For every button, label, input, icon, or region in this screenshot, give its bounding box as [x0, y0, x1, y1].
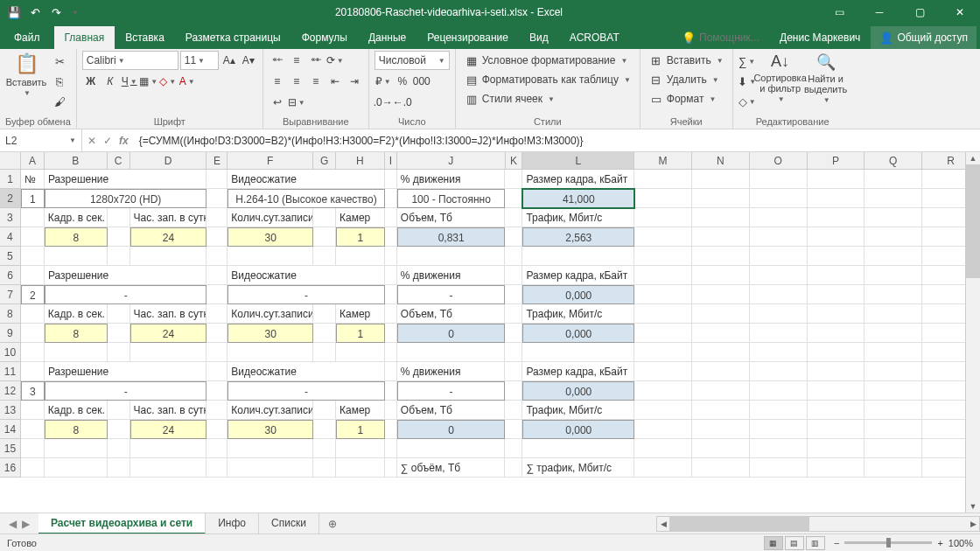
cell[interactable]	[313, 420, 336, 439]
cell[interactable]: Колич.сут.записи	[228, 304, 313, 324]
row-header[interactable]: 3	[0, 208, 21, 227]
cell[interactable]: 1	[336, 420, 385, 439]
insert-cells-button[interactable]: ⊞Вставить▼	[646, 51, 727, 70]
cell[interactable]	[313, 227, 336, 247]
sheet-tab-3[interactable]: Списки	[259, 513, 319, 534]
row-header[interactable]: 4	[0, 227, 21, 247]
cell[interactable]: % движения	[397, 362, 506, 381]
cell[interactable]: 1	[21, 189, 45, 208]
cell[interactable]	[505, 324, 522, 343]
cell[interactable]	[505, 362, 522, 381]
cell[interactable]: Кадр. в сек.	[45, 304, 108, 324]
cell[interactable]	[505, 227, 522, 247]
cell[interactable]	[522, 439, 634, 458]
cell[interactable]	[864, 208, 922, 227]
cell[interactable]	[750, 285, 808, 304]
row-header[interactable]: 7	[0, 285, 21, 304]
cell[interactable]	[206, 381, 228, 401]
cell[interactable]	[108, 304, 130, 324]
cell[interactable]: -	[228, 285, 384, 304]
cell[interactable]: Трафик, Мбит/с	[522, 304, 634, 324]
cell[interactable]	[692, 458, 750, 478]
cell[interactable]	[45, 343, 108, 362]
cell[interactable]	[385, 401, 397, 420]
sheet-nav-prev-icon[interactable]: ◀	[9, 518, 17, 530]
find-select-button[interactable]: 🔍 Найти и выделить▼	[805, 51, 847, 106]
cell[interactable]	[505, 266, 522, 285]
align-top-icon[interactable]: ⬴	[269, 51, 286, 70]
cell[interactable]	[336, 343, 385, 362]
cell[interactable]: 0,000	[522, 324, 634, 343]
col-header[interactable]: A	[21, 152, 45, 169]
indent-increase-icon[interactable]: ⇥	[346, 72, 363, 91]
orientation-icon[interactable]: ⟳▼	[326, 51, 344, 70]
maximize-button[interactable]: ▢	[900, 0, 940, 24]
sort-filter-button[interactable]: A↓ Сортировка и фильтр▼	[760, 51, 802, 105]
cell[interactable]	[108, 458, 130, 478]
cell[interactable]	[808, 439, 865, 458]
row-header[interactable]: 6	[0, 266, 21, 285]
cell[interactable]	[864, 362, 922, 381]
italic-button[interactable]: К	[102, 72, 119, 91]
cell[interactable]	[385, 208, 397, 227]
cell[interactable]: 30	[228, 420, 313, 439]
fx-icon[interactable]: fx	[119, 135, 129, 147]
cell[interactable]	[206, 227, 228, 247]
cell[interactable]: Размер кадра, кБайт	[522, 362, 634, 381]
cell[interactable]	[385, 458, 397, 478]
cell[interactable]	[750, 304, 808, 324]
cell[interactable]	[21, 324, 45, 343]
cell[interactable]: % движения	[397, 266, 506, 285]
align-right-icon[interactable]: ≡	[307, 72, 325, 91]
align-middle-icon[interactable]: ≡	[288, 51, 305, 70]
cell[interactable]	[206, 324, 228, 343]
cell[interactable]: -	[45, 285, 206, 304]
cell[interactable]	[692, 266, 750, 285]
cell[interactable]	[385, 247, 397, 266]
tab-data[interactable]: Данные	[358, 26, 416, 49]
cell[interactable]: % движения	[397, 170, 506, 189]
col-header[interactable]: K	[506, 152, 523, 169]
cell[interactable]	[21, 439, 45, 458]
cell[interactable]: Объем, Тб	[397, 208, 506, 227]
cell[interactable]	[45, 247, 108, 266]
cell[interactable]	[206, 304, 228, 324]
tab-acrobat[interactable]: ACROBAT	[559, 26, 630, 49]
cut-icon[interactable]: ✂	[51, 52, 68, 70]
cell[interactable]	[808, 401, 865, 420]
cell[interactable]: -	[397, 381, 506, 401]
cell[interactable]	[750, 189, 808, 208]
cell[interactable]	[385, 227, 397, 247]
cell[interactable]	[206, 401, 228, 420]
cell[interactable]: 8	[45, 227, 108, 247]
cell[interactable]	[385, 170, 397, 189]
cell[interactable]: Кадр. в сек.	[45, 401, 108, 420]
cell[interactable]	[313, 324, 336, 343]
cell[interactable]: Кадр. в сек.	[45, 208, 108, 227]
col-header[interactable]: J	[397, 152, 506, 169]
bold-button[interactable]: Ж	[82, 72, 100, 91]
cell[interactable]	[21, 458, 45, 478]
font-name-select[interactable]: Calibri▼	[82, 51, 178, 70]
cell[interactable]	[206, 285, 228, 304]
scrollbar-thumb[interactable]	[669, 517, 809, 531]
col-header[interactable]: O	[750, 152, 808, 169]
cell[interactable]: Объем, Тб	[397, 401, 506, 420]
cell[interactable]	[750, 420, 808, 439]
cell[interactable]	[397, 439, 506, 458]
cell[interactable]	[313, 247, 336, 266]
cell[interactable]	[505, 439, 522, 458]
cell[interactable]	[206, 266, 228, 285]
cell[interactable]	[385, 362, 397, 381]
scroll-left-icon[interactable]: ◀	[657, 517, 669, 531]
cell[interactable]: 24	[130, 420, 207, 439]
cell[interactable]	[385, 324, 397, 343]
cell[interactable]	[206, 247, 228, 266]
conditional-formatting-button[interactable]: ▦Условное форматирование▼	[461, 51, 632, 70]
cell[interactable]	[692, 189, 750, 208]
cell[interactable]	[634, 343, 692, 362]
decrease-decimal-icon[interactable]: ←.0	[394, 93, 411, 112]
cell[interactable]: 0,000	[522, 381, 634, 401]
col-header[interactable]: E	[206, 152, 228, 169]
save-icon[interactable]: 💾	[7, 5, 21, 19]
